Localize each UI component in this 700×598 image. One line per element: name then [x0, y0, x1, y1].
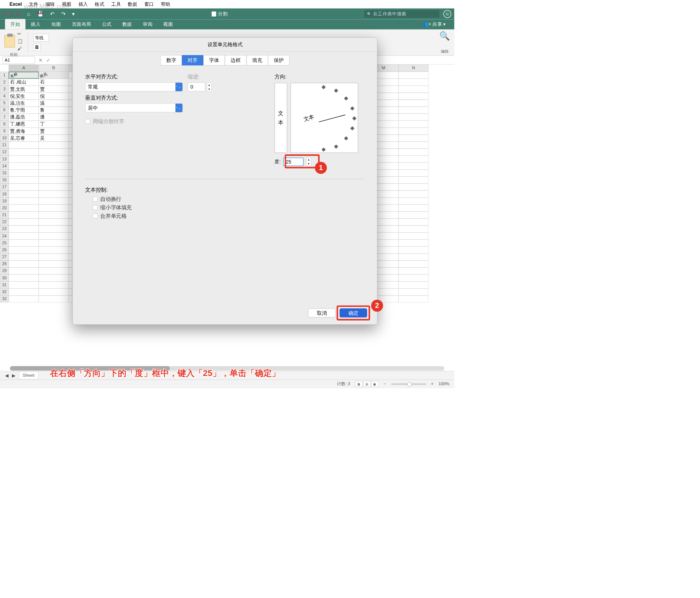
tab-home[interactable]: 开始 — [5, 19, 25, 29]
cell[interactable] — [399, 100, 429, 107]
dtab-number[interactable]: 数字 — [161, 55, 182, 65]
cell[interactable] — [39, 212, 69, 219]
cell[interactable] — [399, 197, 429, 204]
find-icon[interactable]: 🔍 — [439, 31, 450, 41]
orientation-dial[interactable]: 文本 — [291, 83, 358, 153]
cell[interactable] — [39, 267, 69, 274]
cell[interactable] — [39, 226, 69, 232]
cell[interactable] — [399, 226, 429, 232]
cell[interactable] — [399, 128, 429, 135]
dtab-font[interactable]: 字体 — [203, 55, 225, 65]
row-header[interactable]: 25 — [0, 239, 9, 246]
row-header[interactable]: 9 — [0, 128, 9, 135]
row-header[interactable]: 16 — [0, 177, 9, 184]
cell[interactable]: 潘 — [39, 114, 69, 120]
col-header[interactable]: B — [39, 65, 69, 72]
cell[interactable] — [9, 232, 39, 239]
cell[interactable] — [39, 289, 69, 296]
cell[interactable] — [39, 261, 69, 267]
cell[interactable] — [9, 212, 39, 219]
cell[interactable] — [9, 254, 39, 261]
cell[interactable] — [399, 72, 429, 79]
col-header[interactable]: A — [9, 65, 39, 72]
cell[interactable]: 贾 — [39, 128, 69, 135]
row-header[interactable]: 22 — [0, 219, 9, 226]
row-header[interactable]: 12 — [0, 149, 9, 155]
tab-insert[interactable]: 插入 — [25, 19, 46, 29]
sheet-tab[interactable]: Sheet — [19, 372, 38, 379]
row-header[interactable]: 26 — [0, 247, 9, 254]
cell[interactable]: 温 — [39, 100, 69, 107]
row-header[interactable]: 1 — [0, 72, 9, 79]
cell[interactable] — [399, 177, 429, 184]
paste-icon[interactable] — [5, 35, 15, 47]
cell[interactable] — [39, 184, 69, 190]
format-painter-icon[interactable]: 🖌 — [17, 46, 23, 51]
row-header[interactable]: 19 — [0, 197, 9, 204]
cell[interactable] — [399, 93, 429, 100]
row-header[interactable]: 3 — [0, 86, 9, 93]
cell[interactable] — [39, 170, 69, 177]
row-header[interactable]: 2 — [0, 79, 9, 85]
row-header[interactable]: 29 — [0, 267, 9, 274]
zoom-out-icon[interactable]: − — [383, 381, 386, 386]
cell[interactable] — [399, 162, 429, 169]
cell[interactable]: 贾 — [39, 86, 69, 93]
cell[interactable] — [9, 261, 39, 267]
cell[interactable] — [399, 190, 429, 197]
row-header[interactable]: 11 — [0, 142, 9, 149]
cell[interactable]: 姓氏 — [39, 72, 69, 79]
cell[interactable] — [9, 226, 39, 232]
tab-review[interactable]: 审阅 — [137, 19, 158, 29]
tab-draw[interactable]: 绘图 — [46, 19, 66, 29]
page-layout-icon[interactable]: ▤ — [363, 381, 370, 387]
cell[interactable] — [39, 281, 69, 288]
cell[interactable]: 丁 — [39, 120, 69, 127]
cell[interactable] — [399, 219, 429, 226]
cell[interactable] — [9, 219, 39, 226]
more-icon[interactable]: ▾ — [72, 11, 75, 17]
window-controls[interactable] — [3, 12, 20, 16]
cell[interactable] — [399, 184, 429, 190]
undo-icon[interactable]: ↶ — [50, 11, 55, 17]
row-header[interactable]: 8 — [0, 120, 9, 127]
cell[interactable] — [9, 184, 39, 190]
tab-view[interactable]: 视图 — [158, 19, 178, 29]
redo-icon[interactable]: ↷ — [61, 11, 66, 17]
cell[interactable]: 贾,文凯 — [9, 86, 39, 93]
cell[interactable] — [39, 197, 69, 204]
row-header[interactable]: 10 — [0, 135, 9, 142]
row-header[interactable]: 23 — [0, 226, 9, 232]
tab-formula[interactable]: 公式 — [97, 19, 117, 29]
cell[interactable] — [399, 149, 429, 155]
row-header[interactable]: 4 — [0, 93, 9, 100]
bold-button[interactable]: B — [33, 43, 40, 51]
cell[interactable] — [399, 120, 429, 127]
cell[interactable] — [9, 274, 39, 281]
share-button[interactable]: 👥+ 共享 ▾ — [419, 19, 449, 29]
vertical-text-button[interactable]: 文本 — [275, 83, 287, 153]
cell[interactable] — [9, 162, 39, 169]
row-header[interactable]: 13 — [0, 155, 9, 162]
row-header[interactable]: 21 — [0, 212, 9, 219]
row-header[interactable]: 6 — [0, 107, 9, 114]
row-header[interactable]: 5 — [0, 100, 9, 107]
menu-help[interactable]: 帮助 — [161, 1, 171, 7]
tab-layout[interactable]: 页面布局 — [67, 19, 97, 29]
cell[interactable]: 丁,娜恩 — [9, 120, 39, 127]
zoom-slider[interactable] — [391, 383, 426, 385]
cell[interactable] — [39, 162, 69, 169]
font-select[interactable] — [33, 34, 49, 41]
row-header[interactable]: 15 — [0, 170, 9, 177]
cell[interactable] — [399, 155, 429, 162]
page-break-icon[interactable]: ▣ — [371, 381, 378, 387]
name-box[interactable] — [2, 56, 35, 63]
v-align-select[interactable]: 居中 — [85, 104, 183, 112]
cancel-formula-icon[interactable]: ✕ — [39, 57, 43, 63]
cell[interactable]: 石 ,歧山 — [9, 79, 39, 85]
cell[interactable] — [39, 190, 69, 197]
cell[interactable] — [39, 149, 69, 155]
cell[interactable] — [399, 254, 429, 261]
row-header[interactable]: 30 — [0, 274, 9, 281]
cell[interactable] — [399, 142, 429, 149]
